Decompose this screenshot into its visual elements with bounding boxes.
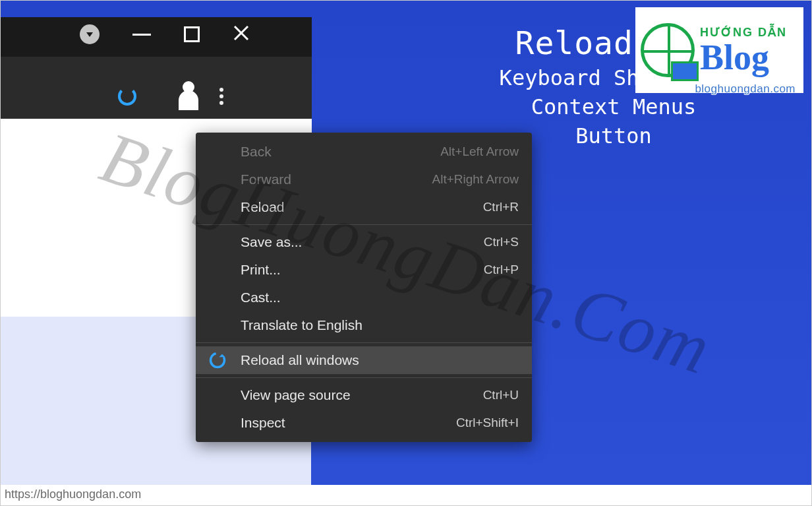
window-icon bbox=[671, 61, 699, 81]
menu-item-save-as[interactable]: Save as...Ctrl+S bbox=[196, 228, 532, 256]
menu-item-translate-to-english[interactable]: Translate to English bbox=[196, 311, 532, 339]
menu-item-label: Inspect bbox=[241, 415, 285, 431]
headline-line-4: Button bbox=[422, 123, 805, 148]
footer-url: https://bloghuongdan.com bbox=[5, 488, 141, 501]
headline-line-3: Context Menus bbox=[422, 94, 805, 119]
logo-brand: Blog bbox=[700, 40, 787, 75]
menu-item-print[interactable]: Print...Ctrl+P bbox=[196, 256, 532, 284]
menu-item-label: Reload bbox=[241, 199, 285, 215]
menu-item-cast[interactable]: Cast... bbox=[196, 284, 532, 311]
tab-dropdown-button[interactable] bbox=[80, 24, 100, 44]
site-logo: HƯỚNG DẪN Blog bloghuongdan.com bbox=[635, 7, 803, 93]
svg-marker-0 bbox=[86, 32, 93, 37]
context-menu: BackAlt+Left ArrowForwardAlt+Right Arrow… bbox=[196, 133, 532, 442]
menu-item-reload-all-windows[interactable]: Reload all windows bbox=[196, 346, 532, 374]
minimize-button[interactable] bbox=[132, 34, 151, 36]
maximize-button[interactable] bbox=[184, 26, 200, 42]
menu-item-label: Reload all windows bbox=[241, 352, 359, 368]
menu-item-label: Print... bbox=[241, 262, 281, 278]
menu-item-label: Forward bbox=[241, 172, 291, 187]
reload-extension-icon[interactable] bbox=[118, 87, 136, 106]
menu-separator bbox=[196, 224, 532, 225]
svg-marker-4 bbox=[219, 354, 225, 358]
logo-url: bloghuongdan.com bbox=[695, 82, 796, 96]
menu-item-view-page-source[interactable]: View page sourceCtrl+U bbox=[196, 381, 532, 409]
menu-item-label: Save as... bbox=[241, 234, 302, 250]
reload-ext-icon bbox=[208, 350, 227, 370]
menu-item-inspect[interactable]: InspectCtrl+Shift+I bbox=[196, 409, 532, 437]
close-window-button[interactable] bbox=[233, 24, 250, 44]
menu-item-shortcut: Ctrl+R bbox=[483, 200, 519, 214]
menu-item-forward: ForwardAlt+Right Arrow bbox=[196, 166, 532, 193]
menu-item-label: Translate to English bbox=[241, 317, 362, 333]
menu-item-label: View page source bbox=[241, 387, 351, 403]
menu-item-label: Back bbox=[241, 144, 272, 160]
menu-item-shortcut: Ctrl+U bbox=[483, 388, 519, 402]
menu-separator bbox=[196, 377, 532, 378]
menu-separator bbox=[196, 342, 532, 343]
profile-icon[interactable] bbox=[179, 90, 198, 110]
menu-item-shortcut: Alt+Right Arrow bbox=[432, 172, 519, 187]
menu-item-shortcut: Ctrl+P bbox=[484, 263, 519, 277]
menu-item-shortcut: Ctrl+Shift+I bbox=[456, 416, 519, 430]
menu-item-shortcut: Ctrl+S bbox=[484, 235, 519, 249]
menu-item-label: Cast... bbox=[241, 290, 281, 305]
menu-dots-icon[interactable] bbox=[219, 88, 223, 105]
menu-item-reload[interactable]: ReloadCtrl+R bbox=[196, 193, 532, 221]
